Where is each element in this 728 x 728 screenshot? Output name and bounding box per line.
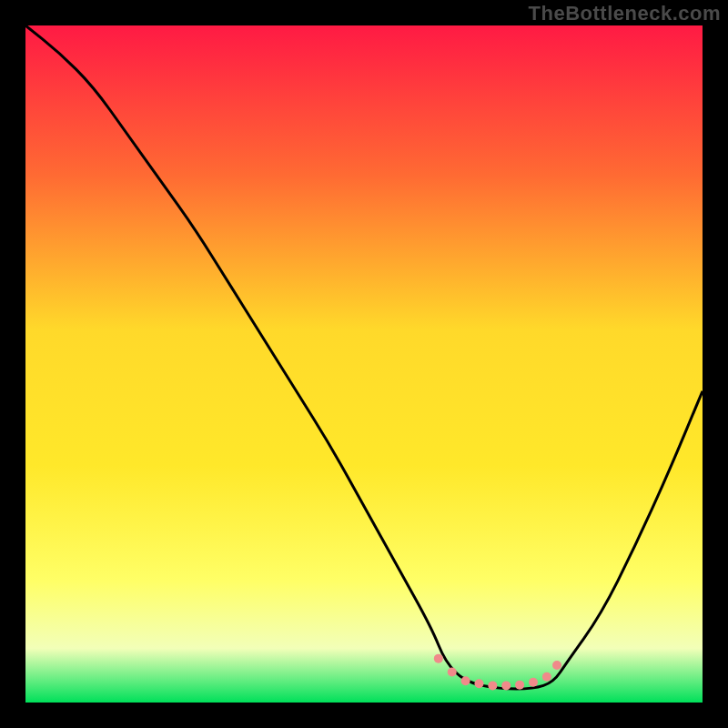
gradient-background	[25, 25, 703, 703]
marker-dot	[542, 672, 551, 682]
marker-dot	[515, 681, 524, 690]
watermark-text: TheBottleneck.com	[529, 2, 721, 25]
chart-frame: TheBottleneck.com	[0, 0, 728, 728]
marker-dot	[434, 654, 443, 663]
bottleneck-chart	[25, 25, 703, 703]
marker-dot	[488, 681, 497, 690]
marker-dot	[529, 678, 538, 687]
marker-dot	[461, 676, 470, 685]
marker-dot	[474, 679, 483, 688]
plot-area	[25, 25, 703, 703]
marker-dot	[501, 681, 511, 690]
marker-dot	[448, 668, 457, 677]
marker-dot	[552, 661, 561, 670]
